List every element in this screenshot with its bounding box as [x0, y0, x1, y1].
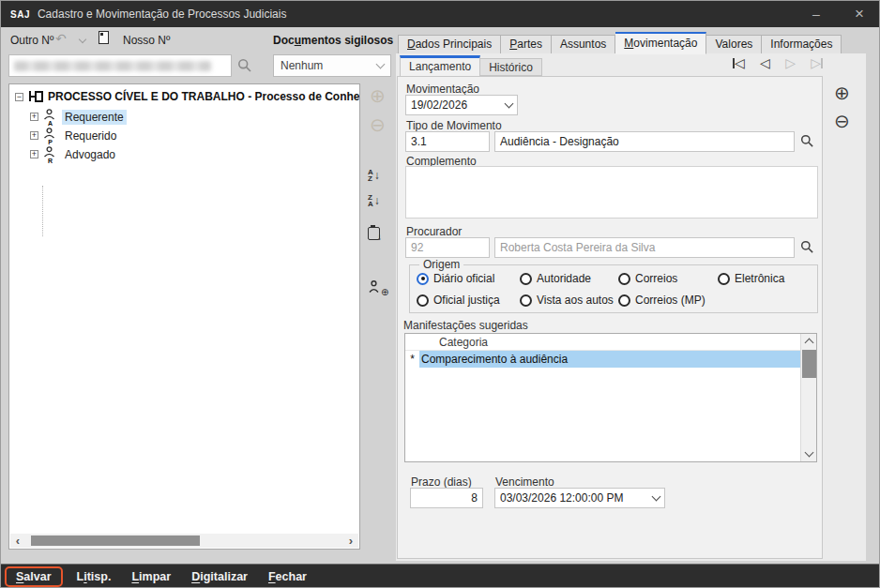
- tree-guide-line: [42, 186, 43, 236]
- vencimento-label: Vencimento: [495, 475, 554, 489]
- add-movimentacao-icon[interactable]: ⊕: [834, 83, 850, 102]
- vertical-scrollbar[interactable]: [800, 334, 816, 461]
- tree-root-row[interactable]: − PROCESSO CÍVEL E DO TRABALHO - Process…: [15, 90, 360, 103]
- tab-assuntos[interactable]: Assuntos: [552, 35, 615, 54]
- app-window: SAJ Cadastro e Movimentação de Processos…: [0, 0, 880, 588]
- collapse-icon[interactable]: −: [15, 93, 23, 101]
- note-icon[interactable]: [99, 31, 109, 44]
- digitalizar-button[interactable]: Digitalizar: [181, 567, 258, 586]
- next-record-icon[interactable]: ▷: [785, 56, 796, 69]
- horizontal-scrollbar[interactable]: ‹ ›: [10, 534, 358, 548]
- scroll-right-icon[interactable]: ›: [343, 535, 358, 547]
- record-navigator: ◁ ◁ ▷ ▷: [733, 56, 823, 69]
- litisp-button[interactable]: Litisp.: [67, 567, 122, 586]
- expand-icon[interactable]: +: [30, 113, 38, 121]
- tab-dados-principais[interactable]: Dados Principais: [398, 35, 501, 54]
- tab-valores[interactable]: Valores: [706, 35, 762, 54]
- documentos-sigilosos-select[interactable]: Nenhum: [273, 54, 391, 77]
- last-record-icon[interactable]: ▷: [811, 56, 823, 69]
- search-icon[interactable]: [800, 240, 814, 257]
- procurador-code-input[interactable]: 92: [405, 237, 490, 258]
- subtab-historico[interactable]: Histórico: [480, 58, 542, 76]
- tree-item-label: Requerido: [62, 128, 119, 143]
- minimize-button[interactable]: –: [795, 1, 838, 27]
- tree-root-label: PROCESSO CÍVEL E DO TRABALHO - Processo …: [48, 90, 360, 103]
- scrollbar-thumb[interactable]: [31, 535, 200, 546]
- chevron-down-icon: [376, 59, 386, 68]
- procurador-label: Procurador: [406, 225, 462, 238]
- first-record-icon[interactable]: ◁: [733, 56, 745, 69]
- origem-row1: Diário oficial Autoridade Correios Eletr…: [417, 272, 784, 285]
- person-icon: A: [43, 109, 57, 125]
- radio-autoridade[interactable]: Autoridade: [520, 272, 618, 285]
- radio-correios-mp[interactable]: Correios (MP): [618, 294, 706, 307]
- processo-icon: [29, 91, 44, 103]
- radio-vista-aos-autos[interactable]: Vista aos autos: [520, 294, 618, 307]
- procurador-nome-input[interactable]: Roberta Costa Pereira da Silva: [494, 237, 795, 258]
- partes-tree-panel: − PROCESSO CÍVEL E DO TRABALHO - Process…: [8, 83, 360, 550]
- manifestacoes-label: Manifestações sugeridas: [403, 319, 528, 332]
- limpar-button[interactable]: Limpar: [121, 567, 181, 586]
- tipo-movimento-label: Tipo de Movimento: [406, 119, 502, 132]
- tipo-movimento-desc-input[interactable]: Audiência - Designação: [494, 131, 795, 152]
- radio-correios[interactable]: Correios: [618, 272, 718, 285]
- prazo-input[interactable]: 8: [410, 488, 483, 508]
- footer-bar: Salvar Litisp. Limpar Digitalizar Fechar: [1, 564, 880, 588]
- person-icon: R: [43, 146, 57, 162]
- person-icon: P: [43, 128, 57, 143]
- origem-label: Origem: [419, 258, 463, 271]
- origem-row2: Oficial justiça Vista aos autos Correios…: [417, 294, 706, 307]
- remove-parte-icon[interactable]: ⊖: [370, 115, 386, 134]
- tipo-movimento-code-input[interactable]: 3.1: [405, 131, 490, 152]
- radio-oficial-justica[interactable]: Oficial justiça: [417, 294, 520, 307]
- scroll-left-icon[interactable]: ‹: [10, 535, 25, 547]
- subtab-lancamento[interactable]: Lançamento: [400, 55, 480, 76]
- documentos-sigilosos-value: Nenhum: [281, 59, 323, 72]
- list-item[interactable]: * Comparecimento à audiência: [405, 351, 816, 368]
- window-title: Cadastro e Movimentação de Processos Jud…: [38, 8, 286, 21]
- salvar-button[interactable]: Salvar: [5, 566, 63, 587]
- expand-icon[interactable]: +: [30, 131, 38, 140]
- add-person-icon[interactable]: ⊕: [369, 279, 388, 297]
- undo-icon[interactable]: ↶: [55, 31, 67, 46]
- chevron-down-icon[interactable]: [79, 36, 86, 43]
- chevron-down-icon: [505, 98, 514, 108]
- tab-informacoes[interactable]: Informações: [762, 35, 842, 54]
- processo-numero-redacted: [14, 61, 211, 71]
- scrollbar-thumb[interactable]: [802, 350, 816, 378]
- radio-icon: [520, 273, 532, 285]
- radio-icon: [618, 294, 630, 307]
- search-icon[interactable]: [800, 134, 814, 151]
- tab-movimentacao[interactable]: Movimentação: [615, 32, 706, 54]
- saj-logo-icon: SAJ: [10, 9, 30, 20]
- outro-no-label: Outro Nº: [10, 34, 53, 47]
- remove-movimentacao-icon[interactable]: ⊖: [834, 112, 850, 130]
- clipboard-download-icon[interactable]: ↓: [368, 224, 382, 242]
- tab-partes[interactable]: Partes: [501, 35, 552, 54]
- scroll-up-icon[interactable]: [805, 339, 814, 348]
- fechar-button[interactable]: Fechar: [258, 567, 317, 586]
- radio-icon: [417, 273, 429, 285]
- complemento-textarea[interactable]: [405, 166, 818, 219]
- documentos-sigilosos-label: Documentos sigilosos: [273, 34, 393, 47]
- chevron-down-icon: [652, 491, 661, 501]
- prev-record-icon[interactable]: ◁: [760, 56, 770, 69]
- scroll-down-icon[interactable]: [805, 448, 814, 458]
- add-parte-icon[interactable]: ⊕: [370, 86, 386, 105]
- tree-row-requerente[interactable]: + A Requerente: [30, 109, 127, 125]
- manifestacoes-listbox[interactable]: Categoria * Comparecimento à audiência: [404, 333, 817, 462]
- tree-row-requerido[interactable]: + P Requerido: [30, 128, 119, 143]
- movimentacao-date-select[interactable]: 19/02/2026: [405, 95, 518, 115]
- close-button[interactable]: ×: [838, 1, 880, 27]
- search-icon[interactable]: [237, 58, 252, 76]
- sort-descending-icon[interactable]: ZA ↓: [368, 194, 380, 207]
- prazo-label: Prazo (dias): [411, 475, 472, 489]
- radio-diario-oficial[interactable]: Diário oficial: [417, 272, 520, 285]
- expand-icon[interactable]: +: [30, 150, 38, 158]
- sort-ascending-icon[interactable]: AZ ↓: [368, 169, 380, 182]
- processo-numero-input[interactable]: [8, 54, 232, 77]
- vencimento-select[interactable]: 03/03/2026 12:00:00 PM: [494, 488, 665, 508]
- radio-icon: [618, 273, 630, 285]
- radio-eletronica[interactable]: Eletrônica: [718, 272, 784, 285]
- tree-row-advogado[interactable]: + R Advogado: [30, 146, 118, 162]
